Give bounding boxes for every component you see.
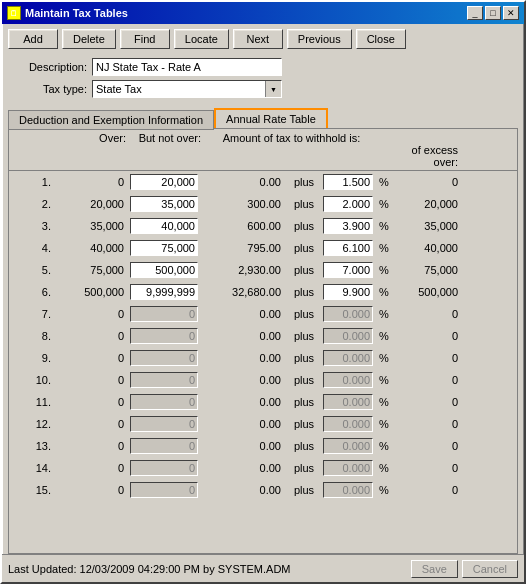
plus-label: plus [285, 396, 323, 408]
col-excess-header: of excess over: [390, 144, 460, 168]
amount-cell: 0.00 [205, 484, 285, 496]
plus-label: plus [285, 176, 323, 188]
row-number: 11. [13, 396, 55, 408]
over-cell: 75,000 [55, 264, 130, 276]
but-not-over-input [130, 482, 198, 498]
plus-label: plus [285, 198, 323, 210]
over-cell: 0 [55, 396, 130, 408]
row-number: 5. [13, 264, 55, 276]
rate-input[interactable] [323, 218, 373, 234]
plus-label: plus [285, 440, 323, 452]
table-row: 10.00.00plus%0 [9, 369, 517, 391]
excess-cell: 0 [390, 308, 460, 320]
main-window: 🗒 Maintain Tax Tables _ □ ✕ Add Delete F… [0, 0, 526, 584]
but-not-over-input [130, 306, 198, 322]
rate-input [323, 394, 373, 410]
excess-cell: 20,000 [390, 198, 460, 210]
rate-input[interactable] [323, 262, 373, 278]
col-amount-header: Amount of tax to withhold is: [205, 132, 378, 144]
row-number: 12. [13, 418, 55, 430]
over-cell: 0 [55, 484, 130, 496]
table-row: 8.00.00plus%0 [9, 325, 517, 347]
delete-button[interactable]: Delete [62, 29, 116, 49]
table-row: 13.00.00plus%0 [9, 435, 517, 457]
previous-button[interactable]: Previous [287, 29, 352, 49]
plus-label: plus [285, 374, 323, 386]
excess-cell: 0 [390, 440, 460, 452]
row-number: 14. [13, 462, 55, 474]
taxtype-select-wrapper: State Tax ▼ [92, 80, 282, 98]
rate-input[interactable] [323, 196, 373, 212]
rate-input [323, 482, 373, 498]
excess-cell: 0 [390, 484, 460, 496]
excess-cell: 0 [390, 330, 460, 342]
amount-cell: 600.00 [205, 220, 285, 232]
description-row: Description: [12, 58, 514, 76]
but-not-over-input [130, 372, 198, 388]
percent-label: % [378, 484, 390, 496]
excess-cell: 0 [390, 396, 460, 408]
tab-annual[interactable]: Annual Rate Table [214, 108, 328, 128]
taxtype-row: Tax type: State Tax ▼ [12, 80, 514, 98]
taxtype-select[interactable]: State Tax [93, 82, 265, 96]
amount-cell: 300.00 [205, 198, 285, 210]
row-number: 6. [13, 286, 55, 298]
amount-cell: 0.00 [205, 308, 285, 320]
status-text: Last Updated: 12/03/2009 04:29:00 PM by … [8, 563, 291, 575]
description-input[interactable] [92, 58, 282, 76]
maximize-button[interactable]: □ [485, 6, 501, 20]
excess-cell: 40,000 [390, 242, 460, 254]
find-button[interactable]: Find [120, 29, 170, 49]
but-not-over-input [130, 416, 198, 432]
title-bar-left: 🗒 Maintain Tax Tables [7, 6, 128, 20]
percent-label: % [378, 330, 390, 342]
but-not-over-input [130, 350, 198, 366]
rate-input[interactable] [323, 240, 373, 256]
but-not-over-input[interactable] [130, 174, 198, 190]
minimize-button[interactable]: _ [467, 6, 483, 20]
percent-label: % [378, 176, 390, 188]
close-button[interactable]: ✕ [503, 6, 519, 20]
plus-label: plus [285, 484, 323, 496]
title-buttons: _ □ ✕ [467, 6, 519, 20]
tab-deduction[interactable]: Deduction and Exemption Information [8, 110, 214, 130]
excess-cell: 0 [390, 418, 460, 430]
percent-label: % [378, 220, 390, 232]
rate-input [323, 460, 373, 476]
percent-label: % [378, 352, 390, 364]
excess-cell: 0 [390, 374, 460, 386]
plus-label: plus [285, 330, 323, 342]
tax-table: Over: But not over: Amount of tax to wit… [8, 128, 518, 554]
rate-input [323, 306, 373, 322]
title-bar: 🗒 Maintain Tax Tables _ □ ✕ [2, 2, 524, 24]
table-row: 11.00.00plus%0 [9, 391, 517, 413]
but-not-over-input[interactable] [130, 240, 198, 256]
excess-cell: 0 [390, 176, 460, 188]
locate-button[interactable]: Locate [174, 29, 229, 49]
rate-input[interactable] [323, 284, 373, 300]
amount-cell: 795.00 [205, 242, 285, 254]
close-toolbar-button[interactable]: Close [356, 29, 406, 49]
but-not-over-input [130, 328, 198, 344]
table-row: 14.00.00plus%0 [9, 457, 517, 479]
plus-label: plus [285, 242, 323, 254]
but-not-over-input[interactable] [130, 284, 198, 300]
rate-input [323, 350, 373, 366]
but-not-over-input[interactable] [130, 262, 198, 278]
add-button[interactable]: Add [8, 29, 58, 49]
table-row: 5.75,0002,930.00plus%75,000 [9, 259, 517, 281]
over-cell: 35,000 [55, 220, 130, 232]
table-row: 1.00.00plus%0 [9, 171, 517, 193]
percent-label: % [378, 440, 390, 452]
next-button[interactable]: Next [233, 29, 283, 49]
row-number: 3. [13, 220, 55, 232]
tabs-container: Deduction and Exemption Information Annu… [2, 108, 524, 128]
rate-input[interactable] [323, 174, 373, 190]
but-not-over-input[interactable] [130, 196, 198, 212]
row-number: 9. [13, 352, 55, 364]
excess-cell: 0 [390, 352, 460, 364]
but-not-over-input[interactable] [130, 218, 198, 234]
amount-cell: 2,930.00 [205, 264, 285, 276]
plus-label: plus [285, 462, 323, 474]
over-cell: 40,000 [55, 242, 130, 254]
